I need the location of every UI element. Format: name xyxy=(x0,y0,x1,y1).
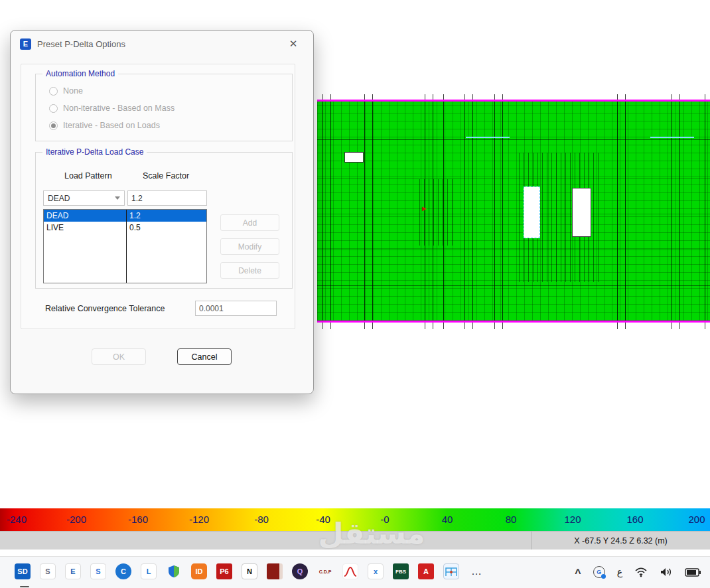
taskbar-icon-fbs[interactable]: FBS xyxy=(393,563,409,579)
etabs-app-icon: E xyxy=(20,38,31,50)
beam-highlight xyxy=(466,137,510,138)
mesh-gridline xyxy=(494,94,495,329)
legend-tick: -40 xyxy=(303,514,343,525)
wifi-icon[interactable] xyxy=(634,567,648,577)
taskbar-icon-csicol[interactable]: C xyxy=(115,563,131,579)
radio-non-iterative-label: Non-iterative - Based on Mass xyxy=(63,104,175,113)
scale-factor-input[interactable] xyxy=(127,190,207,206)
taskbar-icon-a[interactable]: A xyxy=(418,563,434,579)
list-item-factor: 0.5 xyxy=(126,222,206,234)
preset-pdelta-options-dialog: E Preset P-Delta Options ✕ Automation Me… xyxy=(10,30,314,394)
taskbar-icon-sd[interactable]: SD xyxy=(15,563,31,579)
mesh-gridline xyxy=(317,285,710,286)
taskbar-icon-n[interactable]: N xyxy=(242,563,257,579)
mesh-gridline xyxy=(672,94,672,329)
list-item-pattern: LIVE xyxy=(44,222,126,234)
close-icon[interactable]: ✕ xyxy=(283,34,304,54)
wall-mesh-cluster xyxy=(419,179,453,246)
mesh-gridline xyxy=(625,94,626,329)
chevron-down-icon xyxy=(115,196,120,200)
load-arrow-marker: ► xyxy=(421,204,428,212)
taskbar-icon-p6[interactable]: P6 xyxy=(216,563,232,579)
slab-opening xyxy=(572,188,591,237)
legend-tick: -160 xyxy=(118,514,158,525)
tray-chevron-up-icon[interactable]: ^ xyxy=(575,567,581,579)
legend-tick: 80 xyxy=(491,514,531,525)
automation-method-group: Automation Method None Non-iterative - B… xyxy=(35,74,293,141)
radio-none[interactable]: None xyxy=(49,86,83,96)
scale-factor-header: Scale Factor xyxy=(143,171,189,181)
mesh-gridline xyxy=(317,139,710,140)
ok-button[interactable]: OK xyxy=(92,348,146,365)
radio-none-circle[interactable] xyxy=(49,87,58,96)
mesh-grid xyxy=(317,102,710,321)
load-pattern-header: Load Pattern xyxy=(64,171,112,181)
volume-icon[interactable] xyxy=(660,567,673,577)
book-icon[interactable] xyxy=(267,563,283,579)
legend-tick: -0 xyxy=(365,514,405,525)
taskbar-icon-l[interactable]: L xyxy=(141,563,157,579)
dialog-titlebar[interactable]: E Preset P-Delta Options ✕ xyxy=(11,31,313,57)
mesh-gridline xyxy=(372,94,373,329)
taskbar-icon-etabs[interactable]: E xyxy=(65,563,81,579)
tolerance-input[interactable] xyxy=(195,301,277,316)
modify-button[interactable]: Modify xyxy=(220,238,279,255)
taskbar: SD S E S C L ID P6 N Q C.D.P x FBS A xyxy=(0,556,710,588)
defender-shield-icon[interactable] xyxy=(166,563,182,579)
taskbar-icon-id[interactable]: ID xyxy=(191,563,207,579)
taskbar-icon-x[interactable]: x xyxy=(368,563,384,579)
frame-model-icon[interactable] xyxy=(443,563,459,579)
mesh-gridline xyxy=(464,94,465,329)
mesh-gridline xyxy=(364,94,365,329)
mesh-gridline xyxy=(330,94,331,329)
taskbar-icon-safe[interactable]: S xyxy=(90,563,106,579)
list-item[interactable]: LIVE 0.5 xyxy=(44,222,206,234)
legend-tick: -200 xyxy=(56,514,96,525)
load-pattern-dropdown-value: DEAD xyxy=(48,194,70,203)
mesh-gridline xyxy=(317,178,710,179)
battery-icon[interactable] xyxy=(685,568,701,577)
add-button[interactable]: Add xyxy=(220,214,279,231)
radio-iterative-circle[interactable] xyxy=(49,121,58,130)
automation-method-group-label: Automation Method xyxy=(42,69,118,78)
mesh-gridline xyxy=(705,94,705,329)
system-tray: ^ G ع xyxy=(575,563,701,581)
radio-non-iterative-circle[interactable] xyxy=(49,104,58,113)
mesh-gridline xyxy=(472,94,473,329)
legend-tick: 120 xyxy=(553,514,593,525)
taskbar-icon-q[interactable]: Q xyxy=(292,563,308,579)
mesh-gridline xyxy=(322,94,323,329)
tolerance-label: Relative Convergence Tolerance xyxy=(45,304,165,313)
delete-button[interactable]: Delete xyxy=(220,262,279,279)
legend-tick: 200 xyxy=(677,514,710,525)
mesh-gridline xyxy=(317,214,710,214)
taskbar-icon-sap[interactable]: S xyxy=(40,563,56,579)
mesh-gridline xyxy=(617,94,618,329)
taskbar-overflow-icon[interactable]: … xyxy=(468,563,484,579)
list-item[interactable]: DEAD 1.2 xyxy=(44,210,206,222)
slab-boundary-bottom xyxy=(317,321,710,323)
load-pattern-dropdown[interactable]: DEAD xyxy=(43,190,125,206)
curve-chart-icon[interactable] xyxy=(342,563,358,579)
slab-boundary-top xyxy=(317,100,710,102)
mesh-gridline xyxy=(317,250,710,250)
status-bar: X -67.5 Y 24.5 Z 6.32 (m) xyxy=(0,531,710,550)
legend-tick: 40 xyxy=(427,514,467,525)
radio-none-label: None xyxy=(63,86,83,96)
taskbar-icon-cdp[interactable]: C.D.P xyxy=(317,563,333,579)
load-case-group: Iterative P-Delta Load Case Load Pattern… xyxy=(35,152,293,289)
load-case-group-label: Iterative P-Delta Load Case xyxy=(42,147,147,157)
cancel-button[interactable]: Cancel xyxy=(177,348,232,365)
tray-language-indicator[interactable]: ع xyxy=(617,567,622,577)
load-case-list[interactable]: DEAD 1.2 LIVE 0.5 xyxy=(43,209,207,283)
mesh-gridline xyxy=(502,94,503,329)
beam-highlight xyxy=(650,137,694,138)
legend-tick: -120 xyxy=(179,514,219,525)
model-view-canvas[interactable] xyxy=(317,102,710,321)
radio-iterative[interactable]: Iterative - Based on Loads xyxy=(49,121,160,130)
list-item-factor: 1.2 xyxy=(126,210,206,222)
cursor-coordinates: X -67.5 Y 24.5 Z 6.32 (m) xyxy=(531,532,710,550)
radio-iterative-label: Iterative - Based on Loads xyxy=(63,121,160,130)
radio-non-iterative[interactable]: Non-iterative - Based on Mass xyxy=(49,104,175,113)
tray-browser-icon[interactable]: G xyxy=(593,566,605,578)
